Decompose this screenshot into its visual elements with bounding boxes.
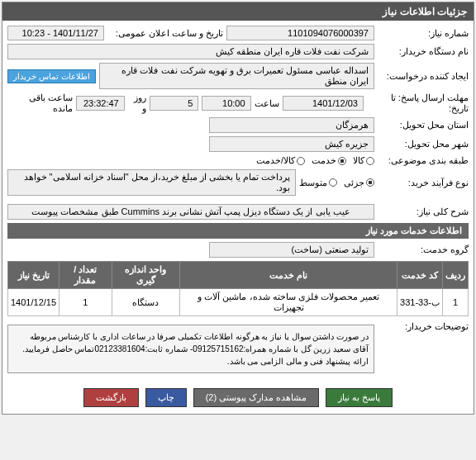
radio-goods[interactable]: کالا: [353, 155, 374, 166]
radio-both[interactable]: کالا/خدمت: [256, 155, 305, 166]
row-province: استان محل تحویل: هرمزگان: [7, 117, 469, 133]
note-label: توضیحات خریدار:: [378, 321, 469, 332]
table-header-row: ردیف کد خدمت نام خدمت واحد اندازه گیری ت…: [8, 262, 469, 289]
th-unit: واحد اندازه گیری: [112, 262, 179, 289]
province-label: استان محل تحویل:: [378, 120, 469, 130]
cell-row: 1: [443, 289, 469, 316]
radio-icon: [338, 157, 346, 165]
service-group-label: گروه خدمت:: [378, 244, 469, 255]
respond-button[interactable]: پاسخ به نیاز: [326, 388, 393, 407]
day-label: روز و: [128, 92, 147, 114]
th-qty: تعداد / مقدار: [60, 262, 112, 289]
radio-partial[interactable]: جزئی: [344, 178, 374, 188]
radio-icon: [297, 157, 305, 165]
cell-date: 1401/12/15: [8, 289, 60, 316]
note-text: در صورت داشتن سوال یا نیاز به هرگونه اطل…: [7, 325, 374, 373]
row-note: توضیحات خریدار: در صورت داشتن سوال یا نی…: [7, 321, 469, 373]
creator-label: ایجاد کننده درخواست:: [378, 71, 469, 82]
row-deadline: مهلت ارسال پاسخ: تا تاریخ: 1401/12/03 سا…: [7, 92, 469, 114]
desc-value: عیب یابی از یک دستگاه دیزل پمپ آتش نشانی…: [7, 204, 374, 220]
process-radio-group: جزئی متوسط: [299, 178, 374, 188]
view-docs-button[interactable]: مشاهده مدارک پیوستی (2): [193, 388, 320, 407]
row-need-no: شماره نیاز: 1101094076000397 تاریخ و ساع…: [7, 26, 469, 40]
topic-label: طبقه بندی موضوعی:: [378, 155, 469, 166]
row-city: شهر محل تحویل: جزیره کیش: [7, 136, 469, 152]
service-group-value: تولید صنعتی (ساخت): [209, 242, 374, 258]
radio-medium[interactable]: متوسط: [299, 178, 337, 188]
process-label: نوع فرآیند خرید:: [378, 178, 469, 188]
need-no-label: شماره نیاز:: [378, 28, 469, 39]
announce-label: تاریخ و ساعت اعلان عمومی:: [107, 28, 223, 39]
need-no-value: 1101094076000397: [226, 26, 374, 40]
services-section-title: اطلاعات خدمات مورد نیاز: [7, 223, 469, 239]
announce-value: 1401/11/27 - 10:23: [7, 26, 104, 40]
process-note: پرداخت تمام یا بخشی از مبلغ خرید،از محل …: [7, 169, 296, 196]
cell-unit: دستگاه: [112, 289, 179, 316]
deadline-date: 1401/12/03: [283, 96, 364, 111]
radio-icon: [366, 157, 374, 165]
th-name: نام خدمت: [180, 262, 397, 289]
city-label: شهر محل تحویل:: [378, 139, 469, 149]
th-code: کد خدمت: [397, 262, 443, 289]
radio-service[interactable]: خدمت: [312, 155, 346, 166]
city-value: جزیره کیش: [209, 136, 374, 152]
province-value: هرمزگان: [209, 117, 374, 133]
cell-code: ب-33-331: [397, 289, 443, 316]
row-buyer: نام دستگاه خریدار: شرکت نفت فلات قاره ای…: [7, 44, 469, 59]
th-date: تاریخ نیاز: [8, 262, 60, 289]
radio-icon: [329, 178, 337, 187]
return-button[interactable]: بازگشت: [83, 388, 139, 407]
table-row[interactable]: 1 ب-33-331 تعمیر محصولات فلزی ساخته شده،…: [8, 289, 469, 316]
services-table: ردیف کد خدمت نام خدمت واحد اندازه گیری ت…: [7, 261, 469, 316]
remain-label: ساعت باقی مانده: [7, 92, 73, 114]
cell-name: تعمیر محصولات فلزی ساخته شده، ماشین آلات…: [180, 289, 397, 316]
main-panel: جزئیات اطلاعات نیاز شماره نیاز: 11010940…: [2, 2, 474, 415]
row-process: نوع فرآیند خرید: جزئی متوسط پرداخت تمام …: [7, 169, 469, 196]
time-label-1: ساعت: [255, 98, 279, 109]
row-service-group: گروه خدمت: تولید صنعتی (ساخت): [7, 242, 469, 258]
cell-qty: 1: [60, 289, 112, 316]
row-desc: شرح کلی نیاز: عیب یابی از یک دستگاه دیزل…: [7, 204, 469, 220]
buyer-label: نام دستگاه خریدار:: [378, 46, 469, 57]
days-value: 5: [150, 96, 198, 111]
radio-icon: [366, 178, 374, 187]
contact-button[interactable]: اطلاعات تماس خریدار: [7, 69, 96, 83]
topic-radio-group: کالا خدمت کالا/خدمت: [256, 155, 374, 166]
deadline-label: مهلت ارسال پاسخ: تا تاریخ:: [367, 92, 469, 114]
buyer-value: شرکت نفت فلات قاره ایران منطقه کیش: [7, 44, 374, 59]
panel-title: جزئیات اطلاعات نیاز: [2, 2, 474, 21]
creator-value: اسداله عباسی مسئول تعمیرات برق و تهویه ش…: [99, 63, 374, 89]
row-creator: ایجاد کننده درخواست: اسداله عباسی مسئول …: [7, 63, 469, 89]
panel-body: شماره نیاز: 1101094076000397 تاریخ و ساع…: [2, 21, 474, 382]
desc-label: شرح کلی نیاز:: [378, 206, 469, 217]
row-topic: طبقه بندی موضوعی: کالا خدمت کالا/خدمت: [7, 155, 469, 166]
th-row: ردیف: [443, 262, 469, 289]
deadline-time: 10:00: [202, 96, 250, 111]
remain-time: 23:32:47: [76, 96, 125, 111]
print-button[interactable]: چاپ: [145, 388, 187, 407]
button-bar: پاسخ به نیاز مشاهده مدارک پیوستی (2) چاپ…: [2, 382, 474, 414]
